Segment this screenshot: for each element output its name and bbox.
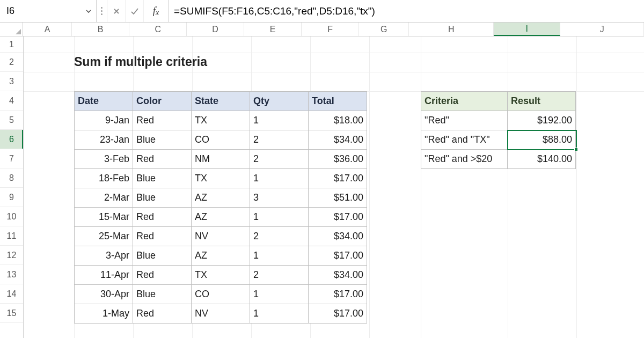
cell-date[interactable]: 2-Mar — [75, 188, 133, 208]
col-header-F[interactable]: F — [302, 23, 359, 36]
cell-qty[interactable]: 1 — [250, 304, 309, 324]
cell-color[interactable]: Red — [133, 227, 192, 246]
name-box-dropdown[interactable] — [84, 6, 93, 16]
cell-color[interactable]: Blue — [133, 169, 192, 188]
cell-total[interactable]: $17.00 — [309, 246, 367, 266]
row-header-1[interactable]: 1 — [0, 36, 23, 53]
row-header-12[interactable]: 12 — [0, 246, 23, 265]
cell-color[interactable]: Red — [133, 111, 192, 130]
row-header-15[interactable]: 15 — [0, 304, 23, 323]
col-header-E[interactable]: E — [244, 23, 302, 36]
cells-area[interactable]: Sum if multiple criteria Date Color Stat… — [24, 36, 644, 338]
cell-color[interactable]: Blue — [133, 246, 192, 266]
row-header-6[interactable]: 6 — [0, 130, 23, 149]
page-title: Sum if multiple criteria — [74, 55, 207, 69]
cell-state[interactable]: TX — [192, 111, 250, 130]
cell-date[interactable]: 11-Apr — [75, 266, 133, 285]
row-header-col: 1 2 3 4 5 6 7 8 9 10 11 12 13 14 15 — [0, 36, 24, 338]
formula-bar-grip[interactable] — [97, 0, 107, 22]
cell-qty[interactable]: 1 — [250, 208, 309, 227]
cell-total[interactable]: $51.00 — [309, 188, 367, 208]
cell-state[interactable]: CO — [192, 130, 250, 150]
row-header-8[interactable]: 8 — [0, 168, 23, 188]
cell-color[interactable]: Red — [133, 150, 192, 169]
cell-state[interactable]: AZ — [192, 188, 250, 208]
cell-state[interactable]: NM — [192, 150, 250, 169]
cell-date[interactable]: 9-Jan — [75, 111, 133, 130]
row-header-3[interactable]: 3 — [0, 72, 23, 91]
cell-total[interactable]: $17.00 — [309, 208, 367, 227]
formula-enter-button[interactable] — [126, 0, 144, 22]
row-header-9[interactable]: 9 — [0, 188, 23, 207]
formula-cancel-button[interactable] — [107, 0, 126, 22]
col-header-C[interactable]: C — [129, 23, 187, 36]
cell-state[interactable]: TX — [192, 266, 250, 285]
insert-function-button[interactable]: fx — [144, 0, 169, 22]
cell-state[interactable]: NV — [192, 304, 250, 324]
cell-date[interactable]: 15-Mar — [75, 208, 133, 227]
cell-color[interactable]: Red — [133, 208, 192, 227]
cell-total[interactable]: $17.00 — [309, 304, 367, 324]
col-header-I[interactable]: I — [494, 23, 560, 36]
name-box[interactable] — [5, 3, 84, 19]
cell-qty[interactable]: 2 — [250, 150, 309, 169]
row-header-4[interactable]: 4 — [0, 91, 23, 111]
cell-qty[interactable]: 1 — [250, 246, 309, 266]
cell-color[interactable]: Red — [133, 266, 192, 285]
cell-date[interactable]: 30-Apr — [75, 285, 133, 304]
select-all-corner[interactable] — [0, 23, 23, 36]
hdr-result: Result — [508, 92, 576, 111]
table-row: 11-AprRedTX2$34.00 — [75, 266, 367, 285]
cell-qty[interactable]: 1 — [250, 111, 309, 130]
cell-state[interactable]: AZ — [192, 208, 250, 227]
cell-criteria[interactable]: "Red" and "TX" — [421, 130, 508, 150]
cell-qty[interactable]: 1 — [250, 169, 309, 188]
cell-criteria[interactable]: "Red" and >$20 — [421, 150, 508, 169]
cell-date[interactable]: 23-Jan — [75, 130, 133, 150]
cell-total[interactable]: $36.00 — [309, 150, 367, 169]
table-row: 3-AprBlueAZ1$17.00 — [75, 246, 367, 266]
cell-result[interactable]: $88.00 — [508, 130, 576, 150]
cell-result[interactable]: $192.00 — [508, 111, 576, 130]
cell-qty[interactable]: 1 — [250, 285, 309, 304]
col-header-H[interactable]: H — [409, 23, 494, 36]
cell-state[interactable]: CO — [192, 285, 250, 304]
cell-result[interactable]: $140.00 — [508, 150, 576, 169]
cell-qty[interactable]: 2 — [250, 130, 309, 150]
col-header-J[interactable]: J — [560, 23, 644, 36]
cell-date[interactable]: 25-Mar — [75, 227, 133, 246]
cell-total[interactable]: $17.00 — [309, 169, 367, 188]
row-header-7[interactable]: 7 — [0, 149, 23, 168]
cell-color[interactable]: Red — [133, 304, 192, 324]
row-header-10[interactable]: 10 — [0, 207, 23, 226]
formula-input[interactable] — [169, 0, 644, 22]
cell-state[interactable]: TX — [192, 169, 250, 188]
row-header-11[interactable]: 11 — [0, 226, 23, 246]
row-header-13[interactable]: 13 — [0, 265, 23, 284]
col-header-D[interactable]: D — [187, 23, 244, 36]
cell-state[interactable]: NV — [192, 227, 250, 246]
row-header-14[interactable]: 14 — [0, 284, 23, 304]
cell-color[interactable]: Blue — [133, 188, 192, 208]
cell-date[interactable]: 3-Feb — [75, 150, 133, 169]
cell-date[interactable]: 3-Apr — [75, 246, 133, 266]
row-header-5[interactable]: 5 — [0, 111, 23, 130]
cell-total[interactable]: $17.00 — [309, 285, 367, 304]
cell-color[interactable]: Blue — [133, 130, 192, 150]
cell-total[interactable]: $18.00 — [309, 111, 367, 130]
cell-state[interactable]: AZ — [192, 246, 250, 266]
col-header-G[interactable]: G — [359, 23, 409, 36]
row-header-2[interactable]: 2 — [0, 53, 23, 72]
col-header-A[interactable]: A — [23, 23, 72, 36]
cell-qty[interactable]: 2 — [250, 266, 309, 285]
cell-color[interactable]: Blue — [133, 285, 192, 304]
cell-qty[interactable]: 2 — [250, 227, 309, 246]
cell-qty[interactable]: 3 — [250, 188, 309, 208]
cell-total[interactable]: $34.00 — [309, 130, 367, 150]
cell-date[interactable]: 1-May — [75, 304, 133, 324]
cell-total[interactable]: $34.00 — [309, 227, 367, 246]
cell-total[interactable]: $34.00 — [309, 266, 367, 285]
cell-criteria[interactable]: "Red" — [421, 111, 508, 130]
cell-date[interactable]: 18-Feb — [75, 169, 133, 188]
col-header-B[interactable]: B — [72, 23, 129, 36]
